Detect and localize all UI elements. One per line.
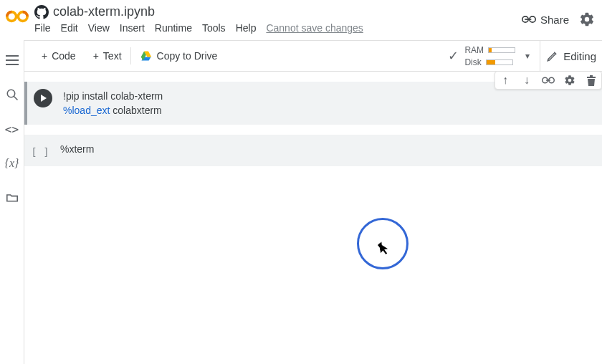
menu-view[interactable]: View (88, 22, 110, 34)
cell-link-icon[interactable] (541, 73, 555, 87)
cell-toolbar: ↑ ↓ (494, 72, 602, 90)
runtime-status[interactable]: ✓ RAM Disk ▾ (442, 41, 540, 71)
colab-logo-icon (5, 9, 29, 24)
chevron-down-icon[interactable]: ▾ (521, 51, 534, 61)
menu-tools[interactable]: Tools (202, 22, 226, 34)
disk-bar (486, 59, 513, 65)
menu-edit[interactable]: Edit (61, 22, 78, 34)
add-code-label: Code (52, 50, 75, 62)
cell-settings-icon[interactable] (563, 73, 577, 87)
menu-insert[interactable]: Insert (120, 22, 145, 34)
menu-file[interactable]: File (34, 22, 51, 34)
copy-to-drive-label: Copy to Drive (157, 50, 218, 62)
title-area: colab-xterm.ipynb File Edit View Insert … (34, 4, 522, 34)
ram-label: RAM (464, 45, 484, 55)
variables-icon[interactable]: {x} (5, 156, 19, 171)
cannot-save-label: Cannot save changes (266, 22, 363, 34)
files-icon[interactable] (5, 191, 19, 205)
copy-to-drive-button[interactable]: Copy to Drive (131, 41, 226, 71)
add-code-button[interactable]: + Code (33, 41, 85, 71)
move-up-icon[interactable]: ↑ (498, 73, 512, 87)
toolbar: + Code + Text Copy to Drive ✓ RAM Disk ▾… (0, 40, 602, 72)
editing-mode-button[interactable]: Editing (540, 49, 602, 62)
code-line-1: !pip install colab-xterm (63, 90, 163, 102)
mouse-cursor-icon (379, 241, 391, 256)
code-cell-1[interactable]: ↑ ↓ !pip install colab-xterm %load_ext c… (24, 82, 602, 125)
plus-icon: + (42, 50, 47, 62)
toc-icon[interactable] (5, 53, 19, 67)
svg-line-9 (14, 96, 17, 100)
code-line-2-rest: colabxterm (110, 105, 161, 116)
link-icon (522, 14, 536, 24)
execution-bracket: [ ] (31, 142, 49, 163)
notebook-area: ↑ ↓ !pip install colab-xterm %load_ext c… (24, 72, 602, 364)
run-cell-button[interactable] (34, 89, 52, 107)
editing-label: Editing (563, 50, 596, 62)
github-icon (34, 5, 49, 19)
move-down-icon[interactable]: ↓ (520, 73, 534, 87)
code-cell-2[interactable]: [ ] %xterm (24, 135, 602, 166)
notebook-filename[interactable]: colab-xterm.ipynb (53, 4, 155, 19)
left-rail: <> {x} (0, 40, 24, 364)
add-text-label: Text (103, 50, 122, 62)
ram-bar (488, 47, 515, 53)
svg-point-8 (7, 90, 15, 97)
settings-button[interactable] (579, 11, 595, 27)
search-icon[interactable] (5, 87, 19, 102)
check-icon: ✓ (448, 48, 459, 64)
disk-label: Disk (464, 57, 481, 67)
colab-logo (0, 4, 34, 24)
header-bar: colab-xterm.ipynb File Edit View Insert … (0, 0, 602, 40)
menu-runtime[interactable]: Runtime (155, 22, 192, 34)
share-button[interactable]: Share (522, 14, 569, 26)
delete-icon[interactable] (584, 73, 598, 87)
plus-icon: + (93, 50, 99, 62)
gear-icon (579, 11, 595, 27)
code-line-1: %xterm (60, 143, 94, 155)
snippets-icon[interactable]: <> (5, 122, 19, 136)
drive-icon (140, 50, 153, 62)
code-editor[interactable]: %xterm (56, 135, 602, 163)
add-text-button[interactable]: + Text (85, 41, 130, 71)
pencil-icon (546, 49, 559, 62)
magic-command: %load_ext (63, 105, 110, 116)
menu-bar: File Edit View Insert Runtime Tools Help… (34, 21, 522, 34)
share-label: Share (540, 14, 569, 26)
menu-help[interactable]: Help (236, 22, 257, 34)
